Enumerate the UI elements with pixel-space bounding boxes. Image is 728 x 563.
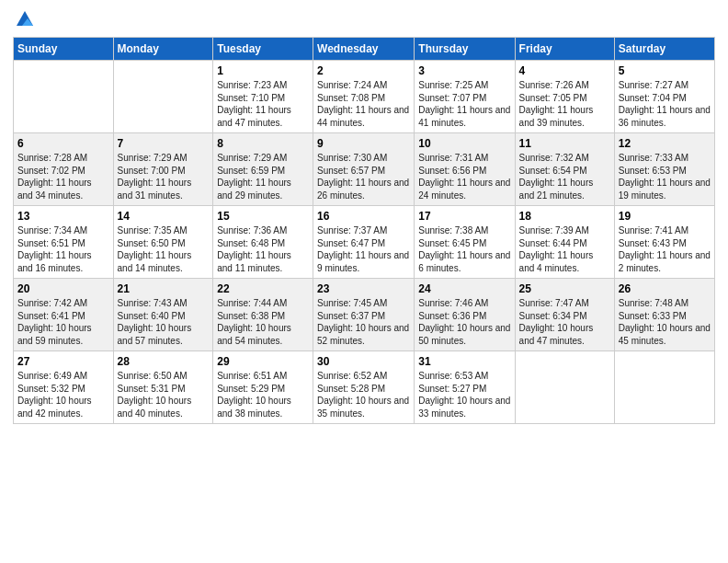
calendar-cell: 27Sunrise: 6:49 AMSunset: 5:32 PMDayligh… bbox=[14, 351, 114, 424]
calendar-header-tuesday: Tuesday bbox=[213, 38, 313, 61]
day-number: 22 bbox=[217, 282, 309, 295]
day-info: Sunrise: 7:27 AMSunset: 7:04 PMDaylight:… bbox=[619, 79, 711, 129]
calendar-cell: 28Sunrise: 6:50 AMSunset: 5:31 PMDayligh… bbox=[113, 351, 213, 424]
day-info: Sunrise: 7:37 AMSunset: 6:47 PMDaylight:… bbox=[317, 224, 410, 274]
calendar-cell: 6Sunrise: 7:28 AMSunset: 7:02 PMDaylight… bbox=[14, 133, 114, 206]
calendar-cell: 10Sunrise: 7:31 AMSunset: 6:56 PMDayligh… bbox=[415, 133, 515, 206]
day-number: 21 bbox=[118, 282, 210, 295]
day-info: Sunrise: 7:31 AMSunset: 6:56 PMDaylight:… bbox=[418, 152, 510, 201]
calendar-header-thursday: Thursday bbox=[415, 38, 515, 61]
calendar-cell: 23Sunrise: 7:45 AMSunset: 6:37 PMDayligh… bbox=[313, 279, 415, 351]
page: SundayMondayTuesdayWednesdayThursdayFrid… bbox=[0, 0, 728, 563]
day-number: 31 bbox=[418, 355, 510, 368]
logo-icon bbox=[15, 9, 35, 29]
calendar-header-row: SundayMondayTuesdayWednesdayThursdayFrid… bbox=[14, 38, 715, 61]
calendar-week-5: 27Sunrise: 6:49 AMSunset: 5:32 PMDayligh… bbox=[14, 351, 715, 424]
day-number: 26 bbox=[619, 282, 711, 295]
day-number: 25 bbox=[519, 282, 610, 295]
calendar-cell: 22Sunrise: 7:44 AMSunset: 6:38 PMDayligh… bbox=[213, 279, 313, 351]
calendar-cell bbox=[113, 61, 213, 133]
day-info: Sunrise: 7:26 AMSunset: 7:05 PMDaylight:… bbox=[519, 79, 610, 129]
calendar-cell: 13Sunrise: 7:34 AMSunset: 6:51 PMDayligh… bbox=[14, 206, 114, 279]
day-number: 19 bbox=[619, 210, 711, 223]
day-number: 8 bbox=[217, 137, 309, 150]
day-number: 11 bbox=[519, 137, 610, 150]
day-info: Sunrise: 6:52 AMSunset: 5:28 PMDaylight:… bbox=[317, 370, 410, 419]
day-number: 16 bbox=[317, 210, 410, 223]
calendar-cell: 14Sunrise: 7:35 AMSunset: 6:50 PMDayligh… bbox=[113, 206, 213, 279]
calendar-cell: 5Sunrise: 7:27 AMSunset: 7:04 PMDaylight… bbox=[614, 61, 714, 133]
day-info: Sunrise: 7:47 AMSunset: 6:34 PMDaylight:… bbox=[519, 297, 610, 347]
calendar-week-2: 6Sunrise: 7:28 AMSunset: 7:02 PMDaylight… bbox=[14, 133, 715, 206]
calendar-cell: 21Sunrise: 7:43 AMSunset: 6:40 PMDayligh… bbox=[113, 279, 213, 351]
calendar-cell: 15Sunrise: 7:36 AMSunset: 6:48 PMDayligh… bbox=[213, 206, 313, 279]
day-info: Sunrise: 7:24 AMSunset: 7:08 PMDaylight:… bbox=[317, 79, 410, 129]
calendar-body: 1Sunrise: 7:23 AMSunset: 7:10 PMDaylight… bbox=[14, 61, 715, 424]
calendar-cell: 19Sunrise: 7:41 AMSunset: 6:43 PMDayligh… bbox=[614, 206, 714, 279]
calendar-cell: 11Sunrise: 7:32 AMSunset: 6:54 PMDayligh… bbox=[515, 133, 614, 206]
day-info: Sunrise: 7:28 AMSunset: 7:02 PMDaylight:… bbox=[17, 152, 109, 201]
day-info: Sunrise: 7:29 AMSunset: 6:59 PMDaylight:… bbox=[217, 152, 309, 201]
day-number: 14 bbox=[118, 210, 210, 223]
calendar-cell: 8Sunrise: 7:29 AMSunset: 6:59 PMDaylight… bbox=[213, 133, 313, 206]
day-number: 3 bbox=[418, 64, 510, 77]
calendar-cell: 25Sunrise: 7:47 AMSunset: 6:34 PMDayligh… bbox=[515, 279, 614, 351]
day-info: Sunrise: 7:32 AMSunset: 6:54 PMDaylight:… bbox=[519, 152, 610, 201]
calendar-cell: 29Sunrise: 6:51 AMSunset: 5:29 PMDayligh… bbox=[213, 351, 313, 424]
day-number: 30 bbox=[317, 355, 410, 368]
day-info: Sunrise: 7:45 AMSunset: 6:37 PMDaylight:… bbox=[317, 297, 410, 347]
day-info: Sunrise: 6:50 AMSunset: 5:31 PMDaylight:… bbox=[118, 370, 210, 419]
day-info: Sunrise: 6:53 AMSunset: 5:27 PMDaylight:… bbox=[418, 370, 510, 419]
day-number: 13 bbox=[17, 210, 109, 223]
calendar-cell: 26Sunrise: 7:48 AMSunset: 6:33 PMDayligh… bbox=[614, 279, 714, 351]
calendar-cell bbox=[14, 61, 114, 133]
day-number: 10 bbox=[418, 137, 510, 150]
day-number: 12 bbox=[619, 137, 711, 150]
day-info: Sunrise: 7:44 AMSunset: 6:38 PMDaylight:… bbox=[217, 297, 309, 347]
day-info: Sunrise: 7:43 AMSunset: 6:40 PMDaylight:… bbox=[118, 297, 210, 347]
day-info: Sunrise: 7:25 AMSunset: 7:07 PMDaylight:… bbox=[418, 79, 510, 129]
day-info: Sunrise: 7:34 AMSunset: 6:51 PMDaylight:… bbox=[17, 224, 109, 274]
day-info: Sunrise: 7:41 AMSunset: 6:43 PMDaylight:… bbox=[619, 224, 711, 274]
day-info: Sunrise: 7:30 AMSunset: 6:57 PMDaylight:… bbox=[317, 152, 410, 201]
day-number: 27 bbox=[17, 355, 109, 368]
calendar-cell: 4Sunrise: 7:26 AMSunset: 7:05 PMDaylight… bbox=[515, 61, 614, 133]
day-number: 18 bbox=[519, 210, 610, 223]
calendar-week-4: 20Sunrise: 7:42 AMSunset: 6:41 PMDayligh… bbox=[14, 279, 715, 351]
day-info: Sunrise: 7:23 AMSunset: 7:10 PMDaylight:… bbox=[217, 79, 309, 129]
day-number: 23 bbox=[317, 282, 410, 295]
calendar-week-1: 1Sunrise: 7:23 AMSunset: 7:10 PMDaylight… bbox=[14, 61, 715, 133]
calendar-cell: 31Sunrise: 6:53 AMSunset: 5:27 PMDayligh… bbox=[415, 351, 515, 424]
calendar-header-monday: Monday bbox=[113, 38, 213, 61]
day-number: 9 bbox=[317, 137, 410, 150]
calendar-cell bbox=[515, 351, 614, 424]
calendar-cell: 30Sunrise: 6:52 AMSunset: 5:28 PMDayligh… bbox=[313, 351, 415, 424]
calendar-cell: 1Sunrise: 7:23 AMSunset: 7:10 PMDaylight… bbox=[213, 61, 313, 133]
calendar-cell: 20Sunrise: 7:42 AMSunset: 6:41 PMDayligh… bbox=[14, 279, 114, 351]
calendar-cell: 18Sunrise: 7:39 AMSunset: 6:44 PMDayligh… bbox=[515, 206, 614, 279]
calendar-cell: 2Sunrise: 7:24 AMSunset: 7:08 PMDaylight… bbox=[313, 61, 415, 133]
calendar-header-wednesday: Wednesday bbox=[313, 38, 415, 61]
day-number: 29 bbox=[217, 355, 309, 368]
day-number: 6 bbox=[17, 137, 109, 150]
calendar-header-saturday: Saturday bbox=[614, 38, 714, 61]
day-info: Sunrise: 7:33 AMSunset: 6:53 PMDaylight:… bbox=[619, 152, 711, 201]
day-info: Sunrise: 6:51 AMSunset: 5:29 PMDaylight:… bbox=[217, 370, 309, 419]
day-number: 4 bbox=[519, 64, 610, 77]
day-info: Sunrise: 7:29 AMSunset: 7:00 PMDaylight:… bbox=[118, 152, 210, 201]
day-info: Sunrise: 7:46 AMSunset: 6:36 PMDaylight:… bbox=[418, 297, 510, 347]
calendar-cell: 12Sunrise: 7:33 AMSunset: 6:53 PMDayligh… bbox=[614, 133, 714, 206]
day-number: 7 bbox=[118, 137, 210, 150]
day-info: Sunrise: 7:35 AMSunset: 6:50 PMDaylight:… bbox=[118, 224, 210, 274]
day-info: Sunrise: 7:48 AMSunset: 6:33 PMDaylight:… bbox=[619, 297, 711, 347]
day-number: 1 bbox=[217, 64, 309, 77]
calendar-cell bbox=[614, 351, 714, 424]
day-number: 20 bbox=[17, 282, 109, 295]
calendar-header-sunday: Sunday bbox=[14, 38, 114, 61]
calendar-week-3: 13Sunrise: 7:34 AMSunset: 6:51 PMDayligh… bbox=[14, 206, 715, 279]
logo bbox=[13, 9, 35, 29]
calendar-table: SundayMondayTuesdayWednesdayThursdayFrid… bbox=[13, 37, 715, 424]
calendar-cell: 7Sunrise: 7:29 AMSunset: 7:00 PMDaylight… bbox=[113, 133, 213, 206]
calendar-cell: 9Sunrise: 7:30 AMSunset: 6:57 PMDaylight… bbox=[313, 133, 415, 206]
calendar-cell: 16Sunrise: 7:37 AMSunset: 6:47 PMDayligh… bbox=[313, 206, 415, 279]
